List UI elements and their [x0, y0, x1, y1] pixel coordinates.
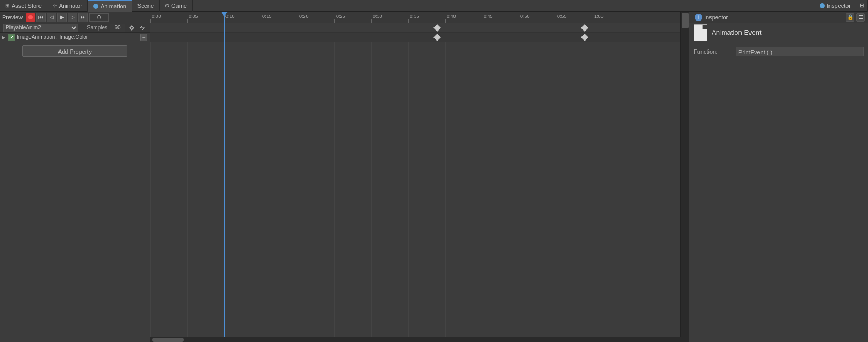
scrollbar-thumb[interactable]: [152, 338, 184, 342]
inspector-info-icon: i: [695, 14, 702, 21]
main-layout: Preview ⏮ ◁ ▶ ▷ ⏭ PlayableAni: [0, 12, 868, 342]
property-keyframe-2[interactable]: [581, 34, 588, 41]
inspector-tab[interactable]: i Inspector: [693, 14, 730, 21]
grid-line: [187, 23, 188, 337]
frame-input[interactable]: [89, 13, 109, 22]
expand-icon: ▶: [2, 35, 6, 39]
tab-animation[interactable]: Animation: [88, 0, 132, 12]
collapse-icon: ⊟: [860, 2, 864, 9]
grid-line: [593, 23, 593, 337]
inspector-body: Function: PrintEvent ( ): [689, 42, 868, 63]
vertical-scrollbar-thumb[interactable]: [682, 13, 689, 28]
grid-lines: [150, 23, 689, 337]
tab-bar: ⊞ Asset Store ⊹ Animator Animation Scene…: [0, 0, 868, 12]
tab-game-label: Game: [171, 3, 187, 9]
tab-scene-label: Scene: [137, 3, 154, 9]
property-track-row: [150, 33, 689, 42]
keyframe-add-icon[interactable]: [127, 24, 136, 32]
remove-property-button[interactable]: −: [140, 34, 147, 41]
grid-line: [408, 23, 409, 337]
animation-toolbar: Preview ⏮ ◁ ▶ ▷ ⏭: [0, 12, 150, 23]
grid-line: [556, 23, 556, 337]
vertical-scrollbar[interactable]: [680, 12, 689, 337]
play-button[interactable]: ▶: [57, 13, 67, 22]
ruler-container: 0:00 0:05 0:10 0:15 0:20 0:25 0:30 0:35 …: [150, 12, 680, 23]
tab-collapse[interactable]: ⊟: [856, 0, 868, 12]
tab-game[interactable]: ⊙ Game: [160, 0, 193, 12]
tab-animator[interactable]: ⊹ Animator: [47, 0, 88, 12]
asset-store-icon: ⊞: [5, 3, 9, 8]
function-field-row: Function: PrintEvent ( ): [694, 46, 864, 57]
inspector-icon: [820, 3, 825, 8]
inspector-panel: i Inspector 🔒 ☰ Animation Event Function…: [689, 12, 868, 342]
event-track-row: [150, 23, 689, 33]
timeline-body[interactable]: [150, 23, 689, 337]
timeline-panel: 0:00 0:05 0:10 0:15 0:20 0:25 0:30 0:35 …: [150, 12, 689, 342]
play-icon: ▶: [60, 14, 64, 20]
left-panel: Preview ⏮ ◁ ▶ ▷ ⏭ PlayableAni: [0, 12, 150, 342]
go-to-start-icon: ⏮: [38, 14, 44, 20]
tab-asset-store[interactable]: ⊞ Asset Store: [0, 0, 47, 12]
tab-animator-label: Animator: [59, 3, 82, 9]
record-button[interactable]: [26, 13, 35, 22]
animation-icon: [93, 4, 98, 9]
file-icon: [694, 24, 707, 41]
game-icon: ⊙: [165, 3, 169, 8]
tab-scene[interactable]: Scene: [132, 0, 160, 12]
lock-icon: 🔒: [847, 14, 853, 20]
function-label: Function:: [694, 48, 736, 55]
grid-line: [224, 23, 224, 337]
samples-input[interactable]: [110, 24, 125, 32]
grid-line: [150, 23, 151, 337]
property-keyframe-1[interactable]: [433, 34, 441, 41]
property-row: ▶ ImageAnimation : Image.Color −: [0, 33, 150, 42]
inspector-tab-area: Inspector ⊟: [814, 0, 868, 12]
inspector-menu-button[interactable]: ☰: [856, 13, 865, 22]
grid-line: [334, 23, 335, 337]
minus-icon: −: [142, 34, 145, 41]
property-type-icon: [8, 34, 15, 41]
add-property-button[interactable]: Add Property: [22, 45, 127, 57]
playhead-body: [224, 23, 225, 337]
go-to-end-icon: ⏭: [81, 14, 86, 20]
grid-line: [445, 23, 446, 337]
record-icon: [28, 15, 33, 19]
prev-frame-icon: ◁: [50, 14, 54, 20]
go-to-end-button[interactable]: ⏭: [78, 13, 88, 22]
next-frame-icon: ▷: [71, 14, 75, 20]
inspector-actions: 🔒 ☰: [846, 13, 865, 22]
grid-line: [261, 23, 261, 337]
function-value[interactable]: PrintEvent ( ): [736, 47, 864, 56]
grid-line: [371, 23, 372, 337]
inspector-tab-label: Inspector: [704, 14, 728, 21]
tab-animation-label: Animation: [101, 3, 126, 9]
inspector-title-row: Animation Event: [689, 23, 868, 42]
samples-label: Samples: [87, 25, 107, 31]
event-keyframe-2[interactable]: [581, 24, 588, 32]
property-name-label: ImageAnimation : Image.Color: [17, 34, 140, 40]
animator-icon: ⊹: [53, 3, 57, 8]
timeline-scrollbar[interactable]: [150, 337, 689, 342]
keyframe-nav-icon[interactable]: [138, 24, 146, 32]
preview-label: Preview: [2, 14, 23, 21]
event-keyframe-1[interactable]: [433, 24, 441, 32]
grid-line: [482, 23, 482, 337]
playhead-head-icon: [221, 12, 228, 17]
prev-frame-button[interactable]: ◁: [47, 13, 56, 22]
grid-line: [519, 23, 519, 337]
timeline-ruler: 0:00 0:05 0:10 0:15 0:20 0:25 0:30 0:35 …: [150, 12, 689, 23]
animation-select[interactable]: PlayableAnim2: [3, 24, 78, 32]
animation-selector-row: PlayableAnim2 Samples: [0, 23, 150, 33]
tab-asset-store-label: Asset Store: [12, 3, 42, 9]
menu-icon: ☰: [859, 14, 863, 20]
tab-inspector[interactable]: Inspector: [814, 0, 856, 12]
tab-inspector-label: Inspector: [827, 3, 851, 9]
inspector-title: Animation Event: [712, 28, 864, 36]
grid-line: [298, 23, 298, 337]
inspector-tab-bar: i Inspector 🔒 ☰: [689, 12, 868, 23]
go-to-start-button[interactable]: ⏮: [36, 13, 46, 22]
next-frame-button[interactable]: ▷: [68, 13, 77, 22]
playhead-header: [224, 12, 225, 23]
inspector-lock-button[interactable]: 🔒: [846, 13, 854, 22]
